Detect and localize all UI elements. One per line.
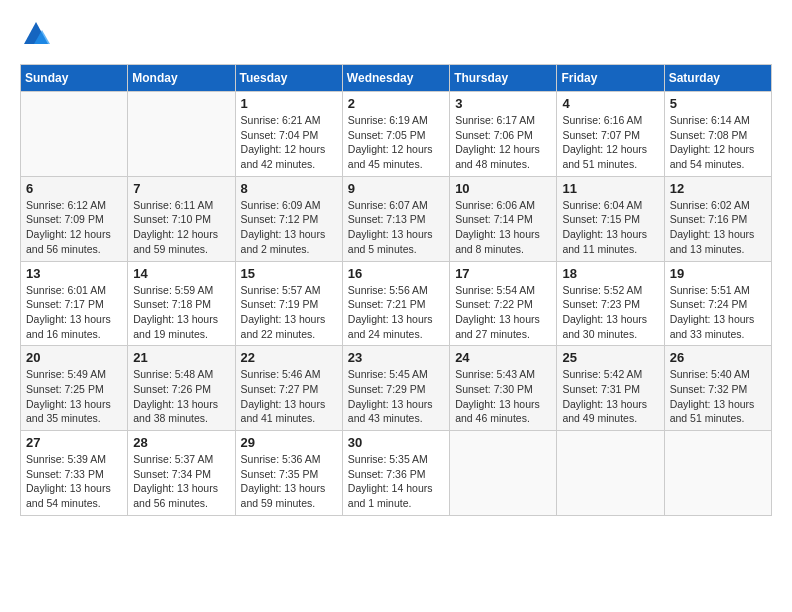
day-number: 27 xyxy=(26,435,122,450)
weekday-header-saturday: Saturday xyxy=(664,65,771,92)
day-number: 9 xyxy=(348,181,444,196)
day-info: Sunrise: 5:57 AM Sunset: 7:19 PM Dayligh… xyxy=(241,283,337,342)
calendar-cell: 14Sunrise: 5:59 AM Sunset: 7:18 PM Dayli… xyxy=(128,261,235,346)
calendar-cell: 1Sunrise: 6:21 AM Sunset: 7:04 PM Daylig… xyxy=(235,92,342,177)
day-info: Sunrise: 5:46 AM Sunset: 7:27 PM Dayligh… xyxy=(241,367,337,426)
weekday-header-sunday: Sunday xyxy=(21,65,128,92)
calendar-cell: 26Sunrise: 5:40 AM Sunset: 7:32 PM Dayli… xyxy=(664,346,771,431)
day-number: 22 xyxy=(241,350,337,365)
logo-icon xyxy=(22,20,50,48)
day-number: 2 xyxy=(348,96,444,111)
calendar-cell: 29Sunrise: 5:36 AM Sunset: 7:35 PM Dayli… xyxy=(235,431,342,516)
calendar-week-row: 27Sunrise: 5:39 AM Sunset: 7:33 PM Dayli… xyxy=(21,431,772,516)
day-number: 26 xyxy=(670,350,766,365)
day-info: Sunrise: 6:07 AM Sunset: 7:13 PM Dayligh… xyxy=(348,198,444,257)
day-info: Sunrise: 6:21 AM Sunset: 7:04 PM Dayligh… xyxy=(241,113,337,172)
day-info: Sunrise: 5:35 AM Sunset: 7:36 PM Dayligh… xyxy=(348,452,444,511)
day-number: 16 xyxy=(348,266,444,281)
weekday-header-monday: Monday xyxy=(128,65,235,92)
day-number: 30 xyxy=(348,435,444,450)
calendar-week-row: 1Sunrise: 6:21 AM Sunset: 7:04 PM Daylig… xyxy=(21,92,772,177)
day-info: Sunrise: 5:56 AM Sunset: 7:21 PM Dayligh… xyxy=(348,283,444,342)
day-number: 6 xyxy=(26,181,122,196)
day-info: Sunrise: 6:19 AM Sunset: 7:05 PM Dayligh… xyxy=(348,113,444,172)
calendar-cell: 28Sunrise: 5:37 AM Sunset: 7:34 PM Dayli… xyxy=(128,431,235,516)
day-number: 17 xyxy=(455,266,551,281)
day-info: Sunrise: 5:59 AM Sunset: 7:18 PM Dayligh… xyxy=(133,283,229,342)
day-number: 18 xyxy=(562,266,658,281)
weekday-header-row: SundayMondayTuesdayWednesdayThursdayFrid… xyxy=(21,65,772,92)
day-number: 4 xyxy=(562,96,658,111)
calendar-cell: 7Sunrise: 6:11 AM Sunset: 7:10 PM Daylig… xyxy=(128,176,235,261)
day-number: 29 xyxy=(241,435,337,450)
day-number: 11 xyxy=(562,181,658,196)
day-info: Sunrise: 5:43 AM Sunset: 7:30 PM Dayligh… xyxy=(455,367,551,426)
calendar-table: SundayMondayTuesdayWednesdayThursdayFrid… xyxy=(20,64,772,516)
day-info: Sunrise: 5:48 AM Sunset: 7:26 PM Dayligh… xyxy=(133,367,229,426)
calendar-cell: 8Sunrise: 6:09 AM Sunset: 7:12 PM Daylig… xyxy=(235,176,342,261)
day-number: 10 xyxy=(455,181,551,196)
day-number: 7 xyxy=(133,181,229,196)
day-number: 12 xyxy=(670,181,766,196)
day-info: Sunrise: 6:16 AM Sunset: 7:07 PM Dayligh… xyxy=(562,113,658,172)
day-info: Sunrise: 5:42 AM Sunset: 7:31 PM Dayligh… xyxy=(562,367,658,426)
calendar-cell: 21Sunrise: 5:48 AM Sunset: 7:26 PM Dayli… xyxy=(128,346,235,431)
calendar-cell: 9Sunrise: 6:07 AM Sunset: 7:13 PM Daylig… xyxy=(342,176,449,261)
calendar-cell: 12Sunrise: 6:02 AM Sunset: 7:16 PM Dayli… xyxy=(664,176,771,261)
day-number: 8 xyxy=(241,181,337,196)
day-info: Sunrise: 5:54 AM Sunset: 7:22 PM Dayligh… xyxy=(455,283,551,342)
day-number: 21 xyxy=(133,350,229,365)
calendar-cell xyxy=(21,92,128,177)
day-number: 20 xyxy=(26,350,122,365)
weekday-header-thursday: Thursday xyxy=(450,65,557,92)
day-info: Sunrise: 6:02 AM Sunset: 7:16 PM Dayligh… xyxy=(670,198,766,257)
day-number: 14 xyxy=(133,266,229,281)
day-info: Sunrise: 5:52 AM Sunset: 7:23 PM Dayligh… xyxy=(562,283,658,342)
day-info: Sunrise: 5:45 AM Sunset: 7:29 PM Dayligh… xyxy=(348,367,444,426)
day-info: Sunrise: 6:01 AM Sunset: 7:17 PM Dayligh… xyxy=(26,283,122,342)
day-number: 23 xyxy=(348,350,444,365)
day-number: 25 xyxy=(562,350,658,365)
day-info: Sunrise: 6:12 AM Sunset: 7:09 PM Dayligh… xyxy=(26,198,122,257)
calendar-cell: 2Sunrise: 6:19 AM Sunset: 7:05 PM Daylig… xyxy=(342,92,449,177)
calendar-week-row: 20Sunrise: 5:49 AM Sunset: 7:25 PM Dayli… xyxy=(21,346,772,431)
day-number: 28 xyxy=(133,435,229,450)
day-info: Sunrise: 5:49 AM Sunset: 7:25 PM Dayligh… xyxy=(26,367,122,426)
weekday-header-wednesday: Wednesday xyxy=(342,65,449,92)
day-info: Sunrise: 6:17 AM Sunset: 7:06 PM Dayligh… xyxy=(455,113,551,172)
logo xyxy=(20,20,50,48)
weekday-header-tuesday: Tuesday xyxy=(235,65,342,92)
day-info: Sunrise: 6:09 AM Sunset: 7:12 PM Dayligh… xyxy=(241,198,337,257)
calendar-cell: 30Sunrise: 5:35 AM Sunset: 7:36 PM Dayli… xyxy=(342,431,449,516)
day-number: 19 xyxy=(670,266,766,281)
calendar-cell: 5Sunrise: 6:14 AM Sunset: 7:08 PM Daylig… xyxy=(664,92,771,177)
calendar-cell: 15Sunrise: 5:57 AM Sunset: 7:19 PM Dayli… xyxy=(235,261,342,346)
calendar-week-row: 13Sunrise: 6:01 AM Sunset: 7:17 PM Dayli… xyxy=(21,261,772,346)
calendar-cell: 25Sunrise: 5:42 AM Sunset: 7:31 PM Dayli… xyxy=(557,346,664,431)
calendar-cell: 18Sunrise: 5:52 AM Sunset: 7:23 PM Dayli… xyxy=(557,261,664,346)
day-info: Sunrise: 6:04 AM Sunset: 7:15 PM Dayligh… xyxy=(562,198,658,257)
calendar-week-row: 6Sunrise: 6:12 AM Sunset: 7:09 PM Daylig… xyxy=(21,176,772,261)
day-info: Sunrise: 5:40 AM Sunset: 7:32 PM Dayligh… xyxy=(670,367,766,426)
calendar-cell xyxy=(664,431,771,516)
calendar-cell: 6Sunrise: 6:12 AM Sunset: 7:09 PM Daylig… xyxy=(21,176,128,261)
calendar-cell: 16Sunrise: 5:56 AM Sunset: 7:21 PM Dayli… xyxy=(342,261,449,346)
day-number: 13 xyxy=(26,266,122,281)
calendar-cell xyxy=(128,92,235,177)
calendar-cell: 4Sunrise: 6:16 AM Sunset: 7:07 PM Daylig… xyxy=(557,92,664,177)
day-info: Sunrise: 5:39 AM Sunset: 7:33 PM Dayligh… xyxy=(26,452,122,511)
page-header xyxy=(20,20,772,48)
calendar-cell: 11Sunrise: 6:04 AM Sunset: 7:15 PM Dayli… xyxy=(557,176,664,261)
calendar-cell: 27Sunrise: 5:39 AM Sunset: 7:33 PM Dayli… xyxy=(21,431,128,516)
calendar-cell: 13Sunrise: 6:01 AM Sunset: 7:17 PM Dayli… xyxy=(21,261,128,346)
day-info: Sunrise: 6:14 AM Sunset: 7:08 PM Dayligh… xyxy=(670,113,766,172)
day-number: 15 xyxy=(241,266,337,281)
calendar-cell: 3Sunrise: 6:17 AM Sunset: 7:06 PM Daylig… xyxy=(450,92,557,177)
day-info: Sunrise: 6:06 AM Sunset: 7:14 PM Dayligh… xyxy=(455,198,551,257)
calendar-cell xyxy=(450,431,557,516)
calendar-cell: 10Sunrise: 6:06 AM Sunset: 7:14 PM Dayli… xyxy=(450,176,557,261)
weekday-header-friday: Friday xyxy=(557,65,664,92)
day-number: 3 xyxy=(455,96,551,111)
day-info: Sunrise: 6:11 AM Sunset: 7:10 PM Dayligh… xyxy=(133,198,229,257)
day-number: 1 xyxy=(241,96,337,111)
